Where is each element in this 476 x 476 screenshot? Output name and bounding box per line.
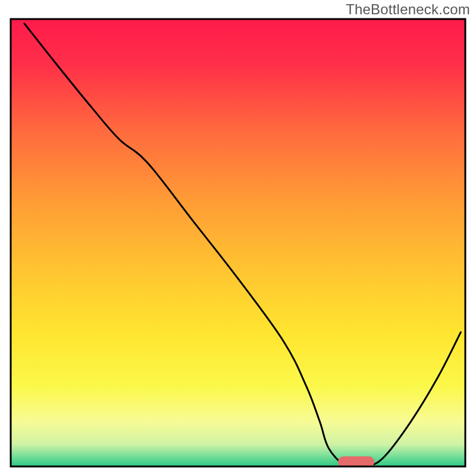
gradient-background [11, 19, 465, 466]
bottleneck-chart [0, 0, 476, 476]
chart-container: TheBottleneck.com [0, 0, 476, 476]
plot-area [11, 19, 465, 468]
